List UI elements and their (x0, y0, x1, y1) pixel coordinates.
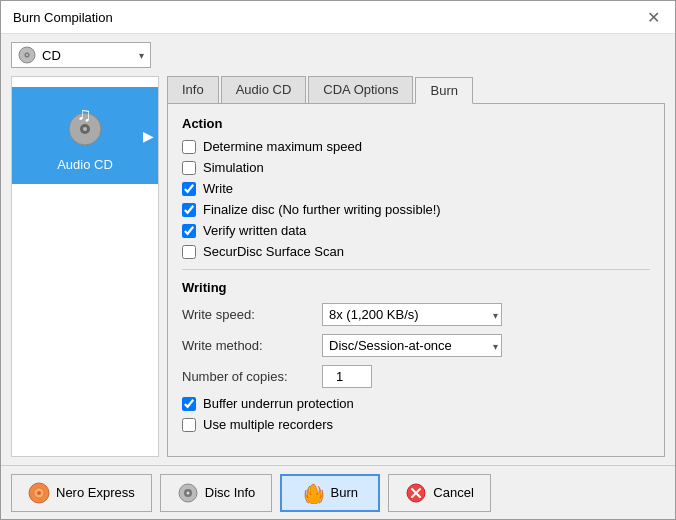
top-row: CD ▾ (11, 42, 665, 68)
checkbox-securedisc-label: SecurDisc Surface Scan (203, 244, 344, 259)
checkbox-simulation-label: Simulation (203, 160, 264, 175)
cd-icon (18, 46, 36, 64)
checkbox-write-label: Write (203, 181, 233, 196)
checkbox-buffer-label: Buffer underrun protection (203, 396, 354, 411)
checkbox-finalize-input[interactable] (182, 203, 196, 217)
checkbox-finalize-label: Finalize disc (No further writing possib… (203, 202, 441, 217)
cancel-icon (405, 482, 427, 504)
write-method-select-wrapper: Disc/Session-at-once Track-at-once Raw ▾ (322, 334, 502, 357)
window-title: Burn Compilation (13, 10, 113, 25)
nero-express-label: Nero Express (56, 485, 135, 500)
copies-input[interactable] (322, 365, 372, 388)
burn-label: Burn (331, 485, 358, 500)
left-panel: ♫ Audio CD ▶ (11, 76, 159, 457)
disc-info-icon (177, 482, 199, 504)
write-method-label: Write method: (182, 338, 322, 353)
writing-section-title: Writing (182, 280, 650, 295)
burn-icon (303, 482, 325, 504)
checkbox-buffer: Buffer underrun protection (182, 396, 650, 411)
checkbox-simulation: Simulation (182, 160, 650, 175)
write-speed-select-wrapper: 8x (1,200 KB/s) Maximum 4x (600 KB/s) 2x… (322, 303, 502, 326)
burn-button[interactable]: Burn (280, 474, 380, 512)
close-button[interactable]: ✕ (643, 7, 663, 27)
write-speed-label: Write speed: (182, 307, 322, 322)
dialog-body: CD ▾ ♫ (1, 34, 675, 465)
section-divider (182, 269, 650, 270)
audio-cd-item[interactable]: ♫ Audio CD ▶ (12, 87, 158, 184)
audio-cd-label: Audio CD (57, 157, 113, 172)
action-section-title: Action (182, 116, 650, 131)
cd-label: CD (42, 48, 139, 63)
checkbox-multiple: Use multiple recorders (182, 417, 650, 432)
svg-point-9 (37, 491, 41, 495)
checkbox-max-speed-input[interactable] (182, 140, 196, 154)
checkbox-finalize: Finalize disc (No further writing possib… (182, 202, 650, 217)
main-content: ♫ Audio CD ▶ Info Audio CD CDA Options B… (11, 76, 665, 457)
write-speed-row: Write speed: 8x (1,200 KB/s) Maximum 4x … (182, 303, 650, 326)
checkbox-write-input[interactable] (182, 182, 196, 196)
checkbox-max-speed-label: Determine maximum speed (203, 139, 362, 154)
copies-row: Number of copies: (182, 365, 650, 388)
cancel-label: Cancel (433, 485, 473, 500)
right-panel: Info Audio CD CDA Options Burn Action De… (167, 76, 665, 457)
nero-express-button[interactable]: Nero Express (11, 474, 152, 512)
title-bar: Burn Compilation ✕ (1, 1, 675, 34)
cd-dropdown-arrow: ▾ (139, 50, 144, 61)
cd-dropdown[interactable]: CD ▾ (11, 42, 151, 68)
audio-cd-arrow: ▶ (143, 128, 154, 144)
tab-content-burn: Action Determine maximum speed Simulatio… (167, 104, 665, 457)
checkbox-verify-label: Verify written data (203, 223, 306, 238)
svg-point-12 (186, 491, 189, 494)
disc-info-button[interactable]: Disc Info (160, 474, 273, 512)
checkbox-max-speed: Determine maximum speed (182, 139, 650, 154)
checkbox-securedisc: SecurDisc Surface Scan (182, 244, 650, 259)
svg-text:♫: ♫ (77, 103, 92, 125)
checkbox-buffer-input[interactable] (182, 397, 196, 411)
audio-cd-icon: ♫ (59, 99, 111, 151)
tab-cda-options[interactable]: CDA Options (308, 76, 413, 103)
write-speed-select[interactable]: 8x (1,200 KB/s) Maximum 4x (600 KB/s) 2x… (322, 303, 502, 326)
checkbox-multiple-label: Use multiple recorders (203, 417, 333, 432)
nero-express-icon (28, 482, 50, 504)
write-method-row: Write method: Disc/Session-at-once Track… (182, 334, 650, 357)
tab-audio-cd[interactable]: Audio CD (221, 76, 307, 103)
checkbox-write: Write (182, 181, 650, 196)
checkbox-verify: Verify written data (182, 223, 650, 238)
tab-info[interactable]: Info (167, 76, 219, 103)
cancel-button[interactable]: Cancel (388, 474, 490, 512)
dialog-window: Burn Compilation ✕ CD ▾ (0, 0, 676, 520)
tabs-bar: Info Audio CD CDA Options Burn (167, 76, 665, 104)
disc-info-label: Disc Info (205, 485, 256, 500)
copies-label: Number of copies: (182, 369, 322, 384)
write-method-select[interactable]: Disc/Session-at-once Track-at-once Raw (322, 334, 502, 357)
checkbox-simulation-input[interactable] (182, 161, 196, 175)
tab-burn[interactable]: Burn (415, 77, 472, 104)
checkbox-multiple-input[interactable] (182, 418, 196, 432)
checkbox-verify-input[interactable] (182, 224, 196, 238)
svg-point-2 (26, 54, 28, 56)
svg-point-5 (83, 127, 87, 131)
bottom-bar: Nero Express Disc Info Burn (1, 465, 675, 519)
checkbox-securedisc-input[interactable] (182, 245, 196, 259)
